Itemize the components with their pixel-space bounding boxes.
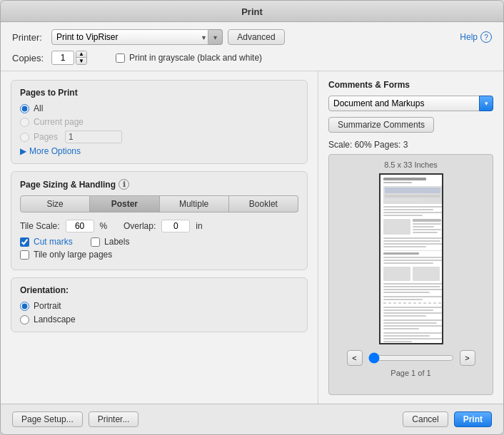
advanced-button[interactable]: Advanced xyxy=(228,29,284,45)
svg-rect-23 xyxy=(383,260,442,261)
printer-select[interactable]: Print to VipRiser xyxy=(51,29,208,45)
comments-forms-title: Comments & Forms xyxy=(328,80,493,90)
svg-rect-42 xyxy=(383,332,442,334)
print-dialog: Print Printer: Print to VipRiser ▾ ▾ Adv… xyxy=(0,0,504,435)
page-slider[interactable] xyxy=(368,352,454,364)
radio-pages[interactable] xyxy=(20,133,29,142)
pages-to-print-title: Pages to Print xyxy=(20,88,298,98)
svg-rect-19 xyxy=(383,246,426,247)
svg-rect-35 xyxy=(383,309,433,311)
svg-rect-10 xyxy=(383,219,410,235)
cut-marks-checkbox[interactable] xyxy=(20,237,29,247)
svg-rect-12 xyxy=(413,223,441,225)
tile-scale-label: Tile Scale: xyxy=(20,221,60,231)
landscape-row: Landscape xyxy=(20,314,298,324)
labels-checkbox[interactable] xyxy=(91,237,100,247)
svg-rect-30 xyxy=(383,292,430,293)
copies-increment[interactable]: ▲ xyxy=(76,51,86,58)
svg-rect-27 xyxy=(383,283,442,285)
more-options-label: More Options xyxy=(29,146,81,156)
svg-rect-22 xyxy=(383,257,442,258)
radio-current[interactable] xyxy=(20,118,29,127)
svg-rect-13 xyxy=(413,226,434,227)
comments-select-wrap: Document and Markups Document Form Field… xyxy=(328,96,493,111)
svg-rect-16 xyxy=(383,237,442,239)
grayscale-label[interactable]: Print in grayscale (black and white) xyxy=(129,53,262,63)
left-panel: Pages to Print All Current page Pages xyxy=(1,71,318,404)
grayscale-option: Print in grayscale (black and white) xyxy=(116,53,262,63)
svg-rect-29 xyxy=(383,289,442,290)
radio-portrait[interactable] xyxy=(20,302,29,311)
preview-nav: < > xyxy=(335,350,487,366)
radio-pages-row: Pages xyxy=(20,130,298,143)
tab-size[interactable]: Size xyxy=(20,195,90,213)
svg-rect-41 xyxy=(383,328,419,329)
print-button[interactable]: Print xyxy=(454,411,492,427)
copies-input[interactable] xyxy=(51,51,74,65)
svg-rect-34 xyxy=(383,307,442,308)
tile-only-large-row: Tile only large pages xyxy=(20,250,298,260)
page-setup-button[interactable]: Page Setup... xyxy=(12,411,83,427)
grayscale-checkbox[interactable] xyxy=(116,53,125,63)
more-options-btn[interactable]: ▶ More Options xyxy=(20,146,298,156)
prev-page-button[interactable]: < xyxy=(347,350,363,366)
page-preview xyxy=(379,173,443,344)
cancel-button[interactable]: Cancel xyxy=(403,411,448,427)
radio-all[interactable] xyxy=(20,104,29,113)
bottom-left: Page Setup... Printer... xyxy=(12,411,138,427)
svg-rect-6 xyxy=(383,206,442,208)
tab-multiple[interactable]: Multiple xyxy=(160,195,229,213)
svg-rect-18 xyxy=(383,243,442,245)
radio-all-row: All xyxy=(20,103,298,113)
page-sizing-section: Page Sizing & Handling ℹ Size Poster Mul… xyxy=(11,171,308,270)
pages-range-input[interactable] xyxy=(65,130,122,143)
svg-rect-20 xyxy=(383,250,442,251)
info-icon: ℹ xyxy=(119,179,129,190)
radio-current-row: Current page xyxy=(20,117,298,127)
cut-marks-label[interactable]: Cut marks xyxy=(34,237,73,247)
pages-to-print-section: Pages to Print All Current page Pages xyxy=(11,80,308,164)
orientation-radio-group: Portrait Landscape xyxy=(20,301,298,324)
tile-only-large-label[interactable]: Tile only large pages xyxy=(34,250,112,260)
svg-rect-38 xyxy=(383,319,442,321)
svg-rect-32 xyxy=(383,299,423,300)
printer-dropdown-btn[interactable]: ▾ xyxy=(208,29,223,45)
copies-stepper: ▲ ▼ xyxy=(76,51,87,65)
landscape-label[interactable]: Landscape xyxy=(34,314,76,324)
help-link[interactable]: Help ? xyxy=(460,31,492,43)
radio-landscape[interactable] xyxy=(20,315,29,324)
radio-pages-label[interactable]: Pages xyxy=(34,132,58,142)
tile-only-large-checkbox[interactable] xyxy=(20,250,29,260)
main-content: Pages to Print All Current page Pages xyxy=(1,71,503,404)
svg-rect-25 xyxy=(383,267,410,281)
title-bar: Print xyxy=(1,1,503,22)
svg-rect-24 xyxy=(383,262,433,264)
tab-booklet[interactable]: Booklet xyxy=(229,195,298,213)
radio-current-label[interactable]: Current page xyxy=(34,117,84,127)
preview-svg xyxy=(380,175,443,344)
svg-rect-8 xyxy=(383,212,442,213)
orientation-section: Orientation: Portrait Landscape xyxy=(11,277,308,332)
overlap-unit: in xyxy=(196,221,202,231)
summarize-comments-button[interactable]: Summarize Comments xyxy=(328,117,434,133)
portrait-label[interactable]: Portrait xyxy=(34,301,61,311)
svg-rect-0 xyxy=(383,178,426,180)
next-page-button[interactable]: > xyxy=(460,350,475,366)
pages-radio-group: All Current page Pages xyxy=(20,103,298,143)
tile-scale-input[interactable] xyxy=(66,220,94,232)
right-panel: Comments & Forms Document and Markups Do… xyxy=(318,71,503,404)
radio-all-label[interactable]: All xyxy=(34,103,43,113)
svg-rect-26 xyxy=(413,267,440,281)
tab-poster[interactable]: Poster xyxy=(90,195,159,213)
comments-select[interactable]: Document and Markups Document Form Field… xyxy=(328,96,493,111)
portrait-row: Portrait xyxy=(20,301,298,311)
labels-label[interactable]: Labels xyxy=(104,237,129,247)
page-size-label: 8.5 x 33 Inches xyxy=(384,160,438,169)
printer-label: Printer: xyxy=(12,32,51,43)
overlap-input[interactable] xyxy=(161,220,190,232)
printer-button[interactable]: Printer... xyxy=(89,411,139,427)
svg-rect-15 xyxy=(413,232,438,233)
copies-decrement[interactable]: ▼ xyxy=(76,58,86,64)
svg-rect-14 xyxy=(413,229,441,230)
top-controls: Printer: Print to VipRiser ▾ ▾ Advanced … xyxy=(1,22,503,71)
